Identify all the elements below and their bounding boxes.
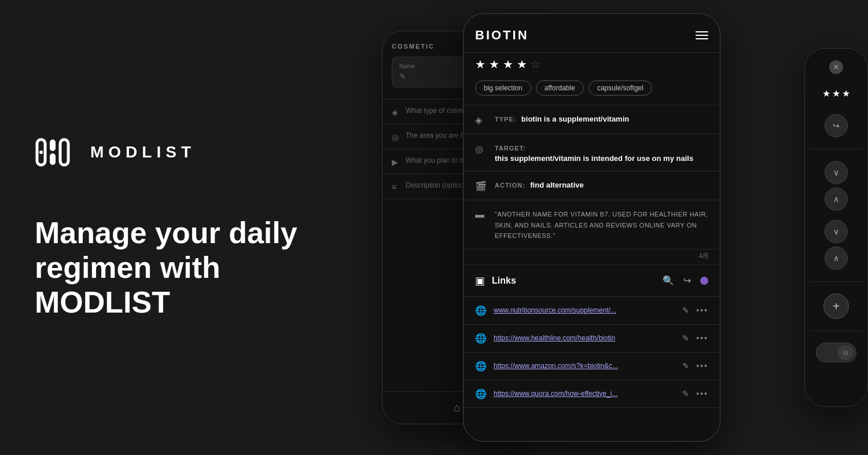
edit-icon-2[interactable]: ✎ (682, 333, 689, 343)
biotin-title: BIOTIN (475, 28, 529, 43)
align-left-icon: ≡ (392, 182, 401, 192)
globe-icon-1: 🌐 (475, 305, 487, 316)
close-icon: ✕ (833, 63, 839, 71)
type-info-row: ◈ TYPE: biotin is a supplement/vitamin (464, 105, 720, 134)
star-5[interactable]: ☆ (531, 57, 541, 71)
right-star-3: ★ (842, 88, 850, 99)
headline-line2: regimen with (35, 251, 220, 284)
toggle-icon: ⊟ (843, 350, 848, 356)
phone-right: ✕ ★ ★ ★ ↪ ∨ ∧ ∨ ∧ (804, 48, 868, 407)
page-count: 4/6 (464, 249, 720, 265)
separator-3 (811, 331, 862, 331)
area-placeholder: The area you are t... (406, 131, 468, 140)
chevron-down-icon-2: ∨ (833, 227, 839, 236)
link-row-2[interactable]: 🌐 https://www.healthline.com/health/biot… (464, 325, 720, 353)
nav-pair-1: ∨ ∧ (825, 161, 848, 211)
tag-affordable: affordable (536, 80, 584, 96)
chevron-down-icon: ∨ (833, 168, 839, 177)
chevron-down-2[interactable]: ∨ (825, 220, 848, 243)
add-icon: + (833, 300, 840, 313)
menu-icon[interactable] (696, 31, 708, 39)
chevron-up-2[interactable]: ∧ (825, 247, 848, 270)
folder-icon: ▣ (475, 274, 485, 287)
chevron-up-1[interactable]: ∧ (825, 188, 848, 211)
star-3[interactable]: ★ (503, 57, 513, 71)
link-row-3[interactable]: 🌐 https://www.amazon.com/s?k=biotin&c...… (464, 353, 720, 380)
biotin-header: BIOTIN (464, 14, 720, 53)
link-url-2[interactable]: https://www.healthline.com/health/biotin (494, 334, 675, 342)
add-button[interactable]: + (823, 293, 849, 319)
type-row-icon: ◈ (475, 115, 487, 126)
star-4[interactable]: ★ (517, 57, 527, 71)
star-2[interactable]: ★ (489, 57, 499, 71)
headline-brand: MODLIST (35, 285, 170, 319)
phone-main[interactable]: BIOTIN ★ ★ ★ ★ ☆ big selection affordabl… (463, 13, 720, 442)
right-section: COSMETIC Name ✎ ◈ What type of cosm... ◎… (382, 0, 868, 455)
target-icon: ◎ (392, 133, 401, 142)
svg-rect-2 (50, 153, 56, 165)
tag-capsule: capsule/softgel (589, 80, 652, 96)
action-info-row: 🎬 ACTION: find alternative (464, 171, 720, 200)
left-section: MODLIST Manage your daily regimen with M… (0, 0, 382, 455)
more-icon-3[interactable]: ••• (696, 361, 708, 370)
more-icon-1[interactable]: ••• (696, 306, 708, 315)
app-logo-text: MODLIST (90, 143, 196, 162)
links-actions: 🔍 ↪ (663, 275, 708, 286)
chevron-up-icon: ∧ (833, 195, 839, 204)
chevron-down-1[interactable]: ∨ (825, 161, 848, 184)
edit-icon-3[interactable]: ✎ (682, 361, 689, 370)
toggle-button[interactable]: ⊟ (816, 343, 856, 362)
logo-area: MODLIST (35, 135, 347, 170)
link-url-3[interactable]: https://www.amazon.com/s?k=biotin&c... (494, 362, 675, 370)
share-icon: ↪ (833, 121, 840, 130)
svg-rect-1 (50, 140, 56, 151)
tags-row: big selection affordable capsule/softgel (464, 80, 720, 105)
type-placeholder: What type of cosm... (406, 107, 469, 115)
action-placeholder: What you plan to d... (406, 156, 469, 164)
svg-point-4 (39, 151, 43, 154)
right-star-1: ★ (822, 88, 830, 99)
quote-text: "ANOTHER NAME FOR VITAMIN B7. USED FOR H… (495, 211, 708, 239)
home-icon: ⌂ (454, 401, 461, 414)
info-section: ◈ TYPE: biotin is a supplement/vitamin ◎… (464, 105, 720, 249)
target-value: this supplement/vitamin is intended for … (495, 154, 708, 163)
share-icon[interactable]: ↪ (683, 275, 691, 286)
links-title: Links (492, 276, 656, 286)
search-icon[interactable]: 🔍 (663, 275, 674, 286)
more-icon-4[interactable]: ••• (696, 389, 708, 398)
link-row-4[interactable]: 🌐 https://www.quora.com/how-effective_i.… (464, 380, 720, 408)
target-row-icon: ◎ (475, 144, 487, 155)
star-1[interactable]: ★ (475, 57, 486, 71)
action-row-icon: 🎬 (475, 181, 487, 192)
action-label: ACTION: (495, 182, 525, 189)
svg-rect-3 (60, 140, 68, 165)
edit-icon-4[interactable]: ✎ (682, 389, 689, 398)
tag-big-selection: big selection (475, 80, 531, 96)
links-header: ▣ Links 🔍 ↪ (464, 265, 720, 297)
link-row-1[interactable]: 🌐 www.nutritionsource.com/supplement/...… (464, 297, 720, 325)
purple-dot (700, 277, 708, 285)
link-url-1[interactable]: www.nutritionsource.com/supplement/... (494, 306, 675, 314)
logo-icon (35, 135, 81, 170)
headline-line1: Manage your daily (35, 216, 297, 249)
edit-icon-1[interactable]: ✎ (682, 306, 689, 315)
quote-icon: ▬ (475, 210, 487, 220)
separator-2 (811, 281, 862, 282)
nav-pair-2: ∨ ∧ (825, 220, 848, 270)
droplet-icon: ◈ (392, 108, 401, 117)
right-star-rating: ★ ★ ★ (822, 88, 850, 99)
desc-placeholder: Description (optior... (406, 181, 468, 189)
chevron-up-icon-2: ∧ (833, 254, 839, 263)
more-icon-2[interactable]: ••• (696, 333, 708, 343)
star-rating[interactable]: ★ ★ ★ ★ ☆ (464, 53, 720, 80)
separator-1 (811, 149, 862, 149)
target-info-row: ◎ TARGET: this supplement/vitamin is int… (464, 134, 720, 171)
type-label: TYPE: (495, 116, 516, 123)
type-value: biotin is a supplement/vitamin (521, 115, 629, 123)
close-button[interactable]: ✕ (829, 60, 843, 74)
headline: Manage your daily regimen with MODLIST (35, 216, 347, 320)
link-url-4[interactable]: https://www.quora.com/how-effective_i... (494, 390, 675, 398)
toggle-inner: ⊟ (837, 345, 854, 360)
share-button[interactable]: ↪ (825, 114, 848, 137)
globe-icon-3: 🌐 (475, 361, 487, 372)
